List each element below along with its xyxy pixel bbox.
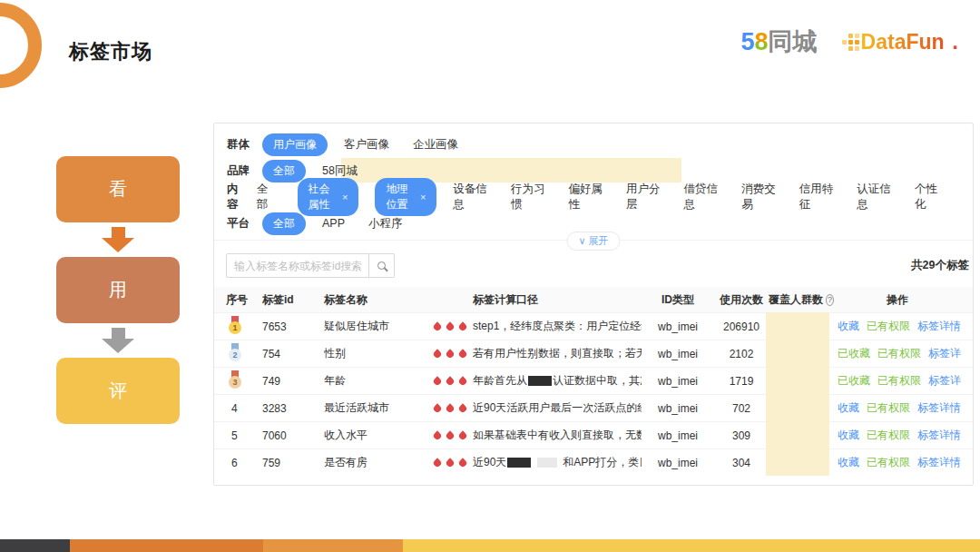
filter-option-preference[interactable]: 偏好属性 [568, 182, 603, 212]
heat-icons [431, 320, 473, 333]
flame-icon [445, 458, 455, 468]
filter-option-user-tier[interactable]: 用户分层 [626, 182, 661, 212]
filter-option-device-info[interactable]: 设备信息 [453, 182, 487, 212]
permission-link[interactable]: 已有权限 [867, 456, 910, 468]
usage-count: 304 [714, 457, 769, 469]
tag-total-count: 共29个标签 [911, 258, 969, 273]
table-row: 5 7060 收入水平 如果基础表中有收入则直接取，无数据... wb_imei… [214, 421, 973, 448]
permission-link[interactable]: 已有权限 [867, 429, 910, 441]
filter-option-enterprise-profile[interactable]: 企业画像 [413, 137, 458, 153]
id-type: wb_imei [642, 348, 714, 360]
filter-option-behavior[interactable]: 行为习惯 [511, 182, 545, 212]
tag-calc: 若有用户性别数据，则直接取；若无性... [473, 346, 642, 361]
permission-link[interactable]: 已有权限 [877, 374, 921, 387]
tag-detail-link[interactable]: 标签详情 [917, 401, 961, 414]
filter-pill-geo-location[interactable]: 地理位置× [375, 178, 436, 216]
filter-option-miniprogram[interactable]: 小程序 [368, 216, 403, 232]
footer-segment-yellow [403, 539, 980, 552]
datafun-period: . [953, 30, 958, 54]
tag-id: 759 [262, 457, 324, 469]
flow-step-evaluate: 评 [56, 358, 180, 424]
action-cell: 收藏已有权限标签详情 [834, 319, 961, 334]
flame-icon [445, 321, 455, 331]
action-cell: 收藏已有权限标签详情 [834, 428, 961, 443]
filter-row-content: 内容 全部 社会属性× 地理位置× 设备信息 行为习惯 偏好属性 用户分层 借贷… [227, 186, 964, 208]
action-cell: 已收藏已有权限标签详情 [834, 346, 961, 361]
favorited-link[interactable]: 已收藏 [838, 374, 870, 387]
col-coverage: 覆盖人群数? [769, 292, 834, 308]
filter-option-auth-info[interactable]: 认证信息 [857, 182, 891, 212]
permission-link[interactable]: 已有权限 [867, 401, 910, 414]
col-tag-id: 标签id [262, 292, 324, 308]
table-row: 3 749 年龄 年龄首先从认证数据中取，其次从... wb_imei 1719… [214, 367, 973, 394]
id-type: wb_imei [642, 402, 714, 415]
favorited-link[interactable]: 已收藏 [838, 347, 870, 360]
tag-id: 7653 [262, 320, 324, 333]
favorite-link[interactable]: 收藏 [838, 401, 859, 414]
filter-option-content-all[interactable]: 全部 [257, 182, 274, 212]
arrow-down-icon [102, 328, 134, 353]
row-index: 4 [226, 402, 262, 415]
filter-option-loan-info[interactable]: 借贷信息 [684, 182, 719, 212]
tag-detail-link[interactable]: 标签详情 [928, 374, 961, 387]
tag-name: 最近活跃城市 [324, 400, 431, 416]
close-icon[interactable]: × [420, 192, 426, 202]
tag-calc: step1，经纬度点聚类：用户定位经纬... [473, 319, 642, 334]
table-row: 1 7653 疑似居住城市 step1，经纬度点聚类：用户定位经纬... wb_… [214, 312, 973, 340]
permission-link[interactable]: 已有权限 [867, 320, 910, 332]
action-cell: 收藏已有权限标签详情 [834, 455, 961, 470]
logo-58-five: 5 [741, 28, 755, 55]
gold-medal-icon: 1 [228, 316, 242, 334]
heat-icons [431, 375, 473, 388]
flame-icon [457, 403, 467, 413]
tag-name: 年龄 [324, 373, 431, 389]
heat-icons [431, 348, 473, 360]
permission-link[interactable]: 已有权限 [877, 347, 921, 360]
tag-detail-link[interactable]: 标签详情 [917, 456, 961, 468]
tag-id: 754 [262, 348, 324, 360]
help-icon[interactable]: ? [826, 294, 834, 306]
search-input[interactable] [226, 253, 369, 278]
flow-diagram: 看 用 评 [56, 156, 180, 424]
filter-label-brand: 品牌 [227, 163, 250, 179]
flame-icon [445, 430, 455, 440]
filter-pill-platform-all[interactable]: 全部 [262, 212, 306, 235]
flame-icon [457, 349, 467, 359]
filter-label-content: 内容 [227, 182, 244, 212]
filter-option-consume-trade[interactable]: 消费交易 [741, 182, 776, 212]
tag-id: 749 [262, 375, 324, 388]
filter-pill-social-attr[interactable]: 社会属性× [298, 178, 359, 216]
filter-row-group: 群体 用户画像 客户画像 企业画像 [227, 133, 964, 155]
favorite-link[interactable]: 收藏 [838, 456, 859, 468]
favorite-link[interactable]: 收藏 [838, 320, 859, 332]
filter-label-group: 群体 [227, 137, 250, 153]
filter-option-app[interactable]: APP [322, 217, 345, 230]
datafun-dots-icon [848, 40, 853, 44]
tag-detail-link[interactable]: 标签详情 [928, 347, 961, 360]
table-row: 2 754 性别 若有用户性别数据，则直接取；若无性... wb_imei 21… [214, 340, 973, 367]
logo-datafun: DataFun. [841, 30, 958, 54]
redaction-block [507, 458, 531, 468]
tag-id: 7060 [262, 429, 324, 442]
flame-icon [432, 458, 442, 468]
col-usage: 使用次数 [714, 292, 769, 308]
filter-option-customer-profile[interactable]: 客户画像 [344, 137, 389, 153]
row-index: 5 [226, 429, 262, 442]
search-button[interactable] [369, 253, 395, 278]
tag-calc: 近90天活跃用户最后一次活跃点的经纬... [473, 400, 642, 416]
flame-icon [445, 376, 455, 386]
heat-icons [431, 429, 473, 442]
filter-pill-user-profile[interactable]: 用户画像 [262, 133, 328, 156]
favorite-link[interactable]: 收藏 [838, 429, 859, 441]
filter-option-58tongcheng[interactable]: 58同城 [322, 163, 358, 179]
filter-pill-brand-all[interactable]: 全部 [262, 160, 306, 182]
tag-detail-link[interactable]: 标签详情 [917, 429, 961, 441]
filter-option-credit-feature[interactable]: 信用特征 [799, 182, 834, 212]
expand-button[interactable]: ∨ 展开 [566, 232, 620, 251]
flame-icon [445, 349, 455, 359]
logo-58tongcheng: 58同城 [741, 25, 818, 58]
close-icon[interactable]: × [342, 192, 348, 202]
tag-detail-link[interactable]: 标签详情 [917, 320, 961, 332]
filter-option-personalize[interactable]: 个性化 [915, 182, 940, 212]
tag-calc: 年龄首先从认证数据中取，其次从... [473, 373, 642, 389]
